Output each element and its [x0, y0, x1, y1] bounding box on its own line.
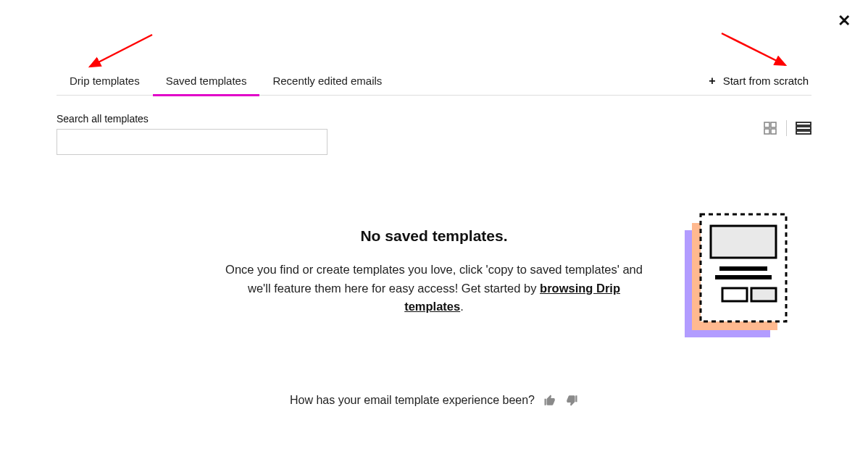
- close-icon[interactable]: ✕: [838, 13, 851, 29]
- svg-rect-2: [764, 122, 769, 127]
- svg-line-1: [722, 33, 785, 65]
- tab-bar: Drip templates Saved templates Recently …: [57, 67, 811, 96]
- feedback-row: How has your email template experience b…: [290, 394, 578, 407]
- tab-saved-templates[interactable]: Saved templates: [153, 67, 260, 96]
- svg-rect-5: [771, 129, 776, 134]
- empty-state-illustration: [685, 213, 790, 342]
- svg-rect-15: [722, 288, 747, 301]
- grid-view-icon[interactable]: [763, 121, 777, 135]
- thumbs-up-icon[interactable]: [543, 394, 556, 407]
- svg-rect-4: [764, 129, 769, 134]
- view-toggle: [763, 113, 811, 136]
- svg-rect-16: [751, 288, 776, 301]
- feedback-prompt: How has your email template experience b…: [290, 394, 535, 407]
- svg-rect-8: [796, 131, 811, 134]
- svg-rect-6: [796, 122, 811, 125]
- start-from-scratch-label: Start from scratch: [723, 75, 809, 87]
- search-label: Search all templates: [57, 113, 327, 125]
- main-container: Drip templates Saved templates Recently …: [57, 67, 811, 372]
- view-toggle-divider: [786, 120, 787, 136]
- svg-line-0: [90, 35, 152, 67]
- svg-rect-13: [719, 266, 767, 271]
- empty-state: No saved templates. Once you find or cre…: [57, 227, 811, 372]
- tab-drip-templates[interactable]: Drip templates: [57, 67, 153, 96]
- empty-state-desc-suffix: .: [460, 300, 464, 313]
- svg-rect-12: [711, 226, 776, 258]
- svg-rect-3: [771, 122, 776, 127]
- empty-state-description: Once you find or create templates you lo…: [217, 261, 651, 316]
- svg-rect-14: [715, 275, 772, 279]
- start-from-scratch-button[interactable]: + Start from scratch: [709, 75, 811, 87]
- plus-icon: +: [709, 75, 715, 87]
- search-input[interactable]: [57, 129, 327, 155]
- tab-recently-edited[interactable]: Recently edited emails: [259, 67, 395, 96]
- svg-rect-7: [796, 127, 811, 130]
- search-row: Search all templates: [57, 113, 811, 155]
- empty-state-title: No saved templates.: [217, 227, 651, 245]
- annotation-arrow-right: [717, 29, 797, 72]
- thumbs-down-icon[interactable]: [565, 394, 578, 407]
- list-view-icon[interactable]: [796, 121, 811, 135]
